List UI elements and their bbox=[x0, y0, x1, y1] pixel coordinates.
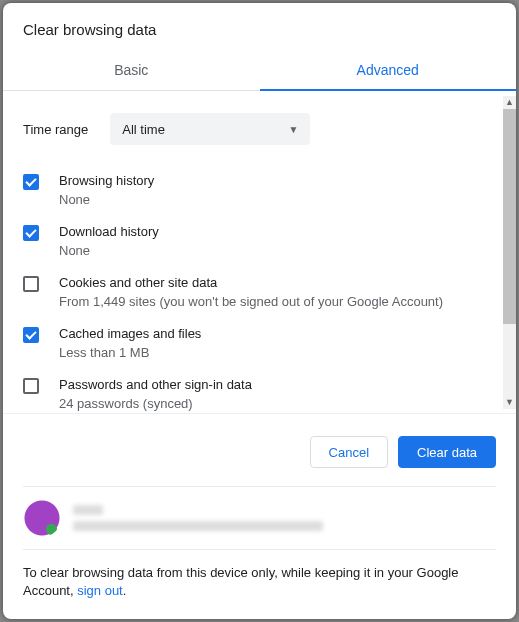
item-text: Browsing history None bbox=[59, 172, 496, 209]
time-range-value: All time bbox=[122, 122, 165, 137]
item-text: Passwords and other sign-in data 24 pass… bbox=[59, 376, 496, 413]
chevron-down-icon: ▼ bbox=[288, 124, 298, 135]
list-item: Passwords and other sign-in data 24 pass… bbox=[23, 369, 496, 413]
dialog-title: Clear browsing data bbox=[3, 3, 516, 52]
checkbox-cached-images[interactable] bbox=[23, 327, 39, 343]
footer-text: To clear browsing data from this device … bbox=[3, 550, 516, 619]
item-subtitle: From 1,449 sites (you won't be signed ou… bbox=[59, 293, 496, 311]
item-subtitle: None bbox=[59, 242, 496, 260]
clear-data-button[interactable]: Clear data bbox=[398, 436, 496, 468]
list-item: Cached images and files Less than 1 MB bbox=[23, 318, 496, 369]
item-title: Cookies and other site data bbox=[59, 274, 496, 292]
time-range-select[interactable]: All time ▼ bbox=[110, 113, 310, 145]
account-name-redacted bbox=[73, 505, 103, 515]
time-range-row: Time range All time ▼ bbox=[23, 91, 496, 165]
item-subtitle: 24 passwords (synced) bbox=[59, 395, 496, 413]
clear-browsing-data-dialog: Clear browsing data Basic Advanced Time … bbox=[3, 3, 516, 619]
scroll-up-icon[interactable]: ▲ bbox=[503, 96, 516, 109]
options-list[interactable]: Time range All time ▼ Browsing history N… bbox=[3, 91, 516, 413]
checkbox-browsing-history[interactable] bbox=[23, 174, 39, 190]
item-text: Cached images and files Less than 1 MB bbox=[59, 325, 496, 362]
list-item: Browsing history None bbox=[23, 165, 496, 216]
checkbox-passwords[interactable] bbox=[23, 378, 39, 394]
item-subtitle: Less than 1 MB bbox=[59, 344, 496, 362]
checkbox-cookies[interactable] bbox=[23, 276, 39, 292]
scrollbar-vertical[interactable]: ▲ ▼ bbox=[503, 96, 516, 409]
account-email-redacted bbox=[73, 521, 323, 531]
list-item: Cookies and other site data From 1,449 s… bbox=[23, 267, 496, 318]
scroll-thumb[interactable] bbox=[503, 109, 516, 324]
checkbox-download-history[interactable] bbox=[23, 225, 39, 241]
button-row: Cancel Clear data bbox=[3, 414, 516, 486]
item-title: Browsing history bbox=[59, 172, 496, 190]
scroll-down-icon[interactable]: ▼ bbox=[503, 396, 516, 409]
account-info bbox=[73, 505, 496, 531]
options-list-wrapper: Time range All time ▼ Browsing history N… bbox=[3, 91, 516, 414]
tabs: Basic Advanced bbox=[3, 52, 516, 91]
avatar bbox=[23, 499, 61, 537]
item-subtitle: None bbox=[59, 191, 496, 209]
cancel-button[interactable]: Cancel bbox=[310, 436, 388, 468]
item-text: Download history None bbox=[59, 223, 496, 260]
item-title: Cached images and files bbox=[59, 325, 496, 343]
item-text: Cookies and other site data From 1,449 s… bbox=[59, 274, 496, 311]
list-item: Download history None bbox=[23, 216, 496, 267]
tab-advanced[interactable]: Advanced bbox=[260, 52, 517, 90]
account-row bbox=[23, 486, 496, 550]
item-title: Passwords and other sign-in data bbox=[59, 376, 496, 394]
footer-text-2: . bbox=[123, 583, 127, 598]
tab-basic[interactable]: Basic bbox=[3, 52, 260, 90]
item-title: Download history bbox=[59, 223, 496, 241]
sign-out-link[interactable]: sign out bbox=[77, 583, 123, 598]
time-range-label: Time range bbox=[23, 122, 88, 137]
